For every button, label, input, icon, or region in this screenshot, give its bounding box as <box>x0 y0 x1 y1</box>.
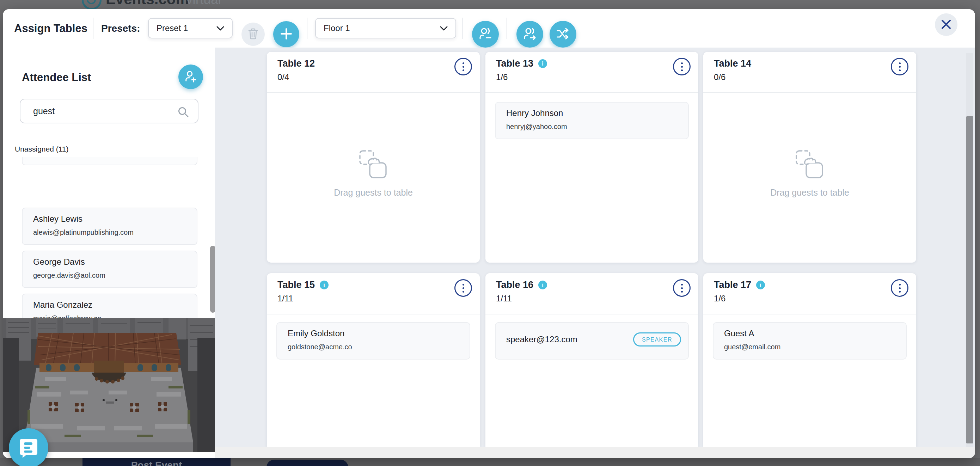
table-card-header: Table 14 0/6 <box>703 52 916 93</box>
shuffle-guests-button[interactable] <box>550 21 576 48</box>
drag-hint-text: Drag guests to table <box>267 188 480 198</box>
chevron-down-icon <box>216 23 224 33</box>
table-card-header: Table 15i 1/11 <box>267 273 480 315</box>
table-menu-button[interactable] <box>891 58 908 75</box>
delete-preset-button[interactable] <box>242 22 265 46</box>
table-card: Table 14 0/6 Drag guests to table <box>703 52 916 262</box>
guest-email: goldstone@acme.co <box>288 343 352 351</box>
table-dropzone[interactable]: speaker@123.com SPEAKER <box>485 315 698 447</box>
info-icon[interactable]: i <box>538 281 547 289</box>
table-menu-button[interactable] <box>673 58 690 75</box>
guest-name: speaker@123.com <box>506 334 578 344</box>
table-menu-button[interactable] <box>891 279 908 297</box>
table-menu-button[interactable] <box>454 279 472 297</box>
modal-title: Assign Tables <box>14 9 88 48</box>
table-menu-button[interactable] <box>454 58 472 75</box>
table-count: 1/6 <box>496 72 508 82</box>
attendee-name: George Davis <box>33 257 85 267</box>
toolbar-divider <box>307 17 307 39</box>
floor-select-value: Floor 1 <box>324 23 350 33</box>
table-menu-button[interactable] <box>673 279 690 297</box>
add-preset-button[interactable] <box>273 21 299 47</box>
guest-name: Guest A <box>724 329 754 339</box>
backdrop-page-footer: Post Event <box>0 458 980 466</box>
drag-drop-icon <box>358 150 389 182</box>
guest-chip-partial <box>22 157 197 165</box>
table-card: Table 15i 1/11 Emily Goldston goldstone@… <box>267 273 480 447</box>
table-card: Table 12 0/4 Drag guests to table <box>267 52 480 262</box>
post-event-button: Post Event <box>83 458 231 466</box>
attendee-email: alewis@platinumpublishing.com <box>33 228 134 237</box>
table-card-header: Table 12 0/4 <box>267 52 480 93</box>
attendee-list-title: Attendee List <box>22 71 91 84</box>
trash-icon <box>248 28 258 41</box>
table-card: Table 13i 1/6 Henry Johnson henryj@yahoo… <box>485 52 698 262</box>
presets-label: Presets: <box>101 9 140 48</box>
backdrop-footer-shape <box>267 460 348 466</box>
table-card: Table 16i 1/11 speaker@123.com SPEAKER <box>485 273 698 447</box>
table-dropzone[interactable]: Guest A guest@email.com <box>703 315 916 447</box>
brand-wordmark-suffix: virtual <box>186 0 221 7</box>
toolbar-divider <box>507 17 507 39</box>
info-icon[interactable]: i <box>756 281 765 289</box>
unassigned-group-label: Unassigned (11) <box>15 145 69 153</box>
preset-select-value: Preset 1 <box>156 23 188 33</box>
table-name: Table 13i <box>496 58 547 69</box>
modal-toolbar: Assign Tables Presets: Preset 1 <box>3 9 975 48</box>
floor-select[interactable]: Floor 1 <box>315 18 456 38</box>
drag-drop-icon <box>794 150 825 182</box>
person-arrow-icon <box>523 27 537 41</box>
chevron-down-icon <box>440 23 448 33</box>
table-count: 0/4 <box>277 72 289 82</box>
table-card-header: Table 13i 1/6 <box>485 52 698 93</box>
table-name: Table 12 <box>277 58 315 69</box>
table-card-header: Table 17i 1/6 <box>703 273 916 315</box>
chat-widget-button[interactable] <box>9 428 48 466</box>
chat-bubble-icon <box>19 437 38 459</box>
guest-chip[interactable]: Emily Goldston goldstone@acme.co <box>276 322 470 359</box>
attendee-chip[interactable]: George Davis george.davis@aol.com <box>22 251 197 288</box>
toolbar-divider <box>93 17 94 39</box>
guest-name: Emily Goldston <box>288 329 344 339</box>
table-name: Table 16i <box>496 280 547 291</box>
table-dropzone[interactable]: Drag guests to table <box>703 93 916 262</box>
table-count: 0/6 <box>714 72 725 82</box>
table-dropzone[interactable]: Emily Goldston goldstone@acme.co <box>267 315 480 447</box>
info-icon[interactable]: i <box>320 281 329 289</box>
attendee-email: george.davis@aol.com <box>33 272 105 280</box>
person-minus-icon <box>478 27 492 41</box>
brand-wordmark: Events.com <box>106 0 189 8</box>
search-input[interactable] <box>20 99 199 123</box>
unassign-guest-button[interactable] <box>472 21 499 48</box>
preset-select[interactable]: Preset 1 <box>148 18 233 38</box>
info-icon[interactable]: i <box>538 59 547 68</box>
table-count: 1/6 <box>714 294 725 304</box>
assign-tables-modal: Assign Tables Presets: Preset 1 <box>3 9 975 458</box>
table-count: 1/11 <box>496 294 512 304</box>
drag-hint-text: Drag guests to table <box>703 188 916 198</box>
table-name: Table 14 <box>714 58 751 69</box>
shuffle-icon <box>556 27 570 41</box>
plus-icon <box>280 28 292 41</box>
tables-panel: Table 12 0/4 Drag guests to table Table … <box>215 48 975 458</box>
table-count: 1/11 <box>277 294 293 304</box>
assign-guest-button[interactable] <box>516 21 543 48</box>
attendee-name: Maria Gonzalez <box>33 300 92 310</box>
guest-email: henryj@yahoo.com <box>506 122 567 131</box>
close-icon <box>940 19 952 31</box>
vertical-scrollbar-thumb[interactable] <box>966 116 973 444</box>
table-dropzone[interactable]: Drag guests to table <box>267 93 480 262</box>
backdrop-page-header: Events.com virtual <box>0 0 980 9</box>
table-name: Table 17i <box>714 280 765 291</box>
close-modal-button[interactable] <box>935 13 958 36</box>
table-name: Table 15i <box>277 280 329 291</box>
horizontal-scrollbar-track <box>215 447 975 458</box>
guest-chip[interactable]: Guest A guest@email.com <box>713 322 907 359</box>
guest-chip[interactable]: Henry Johnson henryj@yahoo.com <box>495 102 689 139</box>
table-card-header: Table 16i 1/11 <box>485 273 698 315</box>
attendee-name: Ashley Lewis <box>33 214 83 224</box>
attendee-chip[interactable]: Ashley Lewis alewis@platinumpublishing.c… <box>22 208 197 245</box>
table-dropzone[interactable]: Henry Johnson henryj@yahoo.com <box>485 93 698 262</box>
add-attendee-button[interactable] <box>178 65 203 89</box>
guest-chip[interactable]: speaker@123.com SPEAKER <box>495 322 689 359</box>
